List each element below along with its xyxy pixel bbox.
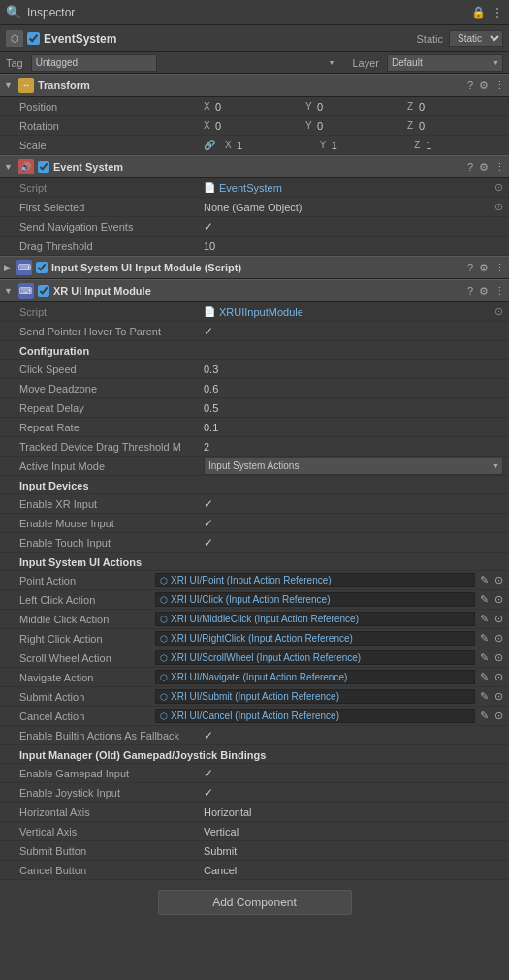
input-module-title: Input System UI Input Module (Script) xyxy=(51,262,463,273)
gameobject-active-checkbox[interactable] xyxy=(27,32,40,45)
tag-dropdown-wrap[interactable]: Untagged xyxy=(31,54,339,72)
input-devices-title: Input Devices xyxy=(0,476,509,494)
repeat-delay-row: Repeat Delay 0.5 xyxy=(0,398,509,418)
point-action-edit-btn[interactable]: ✎ xyxy=(478,574,491,586)
rotation-row: Rotation X0 Y0 Z0 xyxy=(0,116,509,136)
scroll-wheel-action-row: Scroll Wheel Action ⬡ XRI UI/ScrollWheel… xyxy=(0,648,509,668)
transform-help-icon[interactable]: ? xyxy=(467,79,473,91)
transform-section-header[interactable]: ▼ ↔ Transform ? ⚙ ⋮ xyxy=(0,74,509,97)
navigate-select-btn[interactable]: ⊙ xyxy=(493,671,505,683)
submit-button-label: Submit Button xyxy=(19,845,204,857)
scroll-wheel-select-btn[interactable]: ⊙ xyxy=(493,651,505,664)
xr-script-label: Script xyxy=(19,306,204,318)
enable-gamepad-check: ✓ xyxy=(204,767,213,780)
static-dropdown[interactable]: Static xyxy=(449,30,503,47)
active-input-select[interactable]: Input System Actions xyxy=(204,458,503,475)
first-selected-select-btn[interactable]: ⊙ xyxy=(494,201,503,213)
gameobject-name[interactable]: EventSystem xyxy=(44,32,412,46)
transform-settings-icon[interactable]: ⚙ xyxy=(479,79,489,92)
event-script-select-btn[interactable]: ⊙ xyxy=(494,181,503,194)
input-module-icon: ⌨ xyxy=(16,260,32,275)
event-system-actions: ? ⚙ ⋮ xyxy=(467,161,505,174)
cancel-button-label: Cancel Button xyxy=(19,865,204,876)
left-click-select-btn[interactable]: ⊙ xyxy=(493,593,505,606)
transform-props: Position X 0 Y 0 Z 0 Rotation X0 Y0 Z0 S… xyxy=(0,97,509,155)
xr-script-select-btn[interactable]: ⊙ xyxy=(494,305,503,318)
cancel-button-row: Cancel Button Cancel xyxy=(0,861,509,880)
navigate-edit-btn[interactable]: ✎ xyxy=(478,671,491,683)
rotation-y-value: 0 xyxy=(317,120,323,132)
left-click-icon: ⬡ xyxy=(160,595,168,605)
enable-xr-label: Enable XR Input xyxy=(19,498,204,510)
more-options-icon[interactable]: ⋮ xyxy=(492,6,503,19)
click-speed-row: Click Speed 0.3 xyxy=(0,360,509,379)
point-action-value: ⬡ XRI UI/Point (Input Action Reference) xyxy=(155,573,475,587)
lock-icon[interactable]: 🔒 xyxy=(471,6,486,19)
horizontal-axis-label: Horizontal Axis xyxy=(19,806,204,818)
middle-click-edit-btn[interactable]: ✎ xyxy=(478,613,491,625)
xr-module-settings-icon[interactable]: ⚙ xyxy=(479,285,489,298)
right-click-edit-btn[interactable]: ✎ xyxy=(478,632,491,645)
event-script-name: EventSystem xyxy=(219,182,282,194)
first-selected-value: None (Game Object) xyxy=(204,202,494,213)
middle-click-label: Middle Click Action xyxy=(19,614,155,625)
transform-title: Transform xyxy=(38,79,463,91)
xr-module-enable-checkbox[interactable] xyxy=(38,285,49,297)
navigate-btns: ✎ ⊙ xyxy=(478,671,505,683)
add-component-button[interactable]: Add Component xyxy=(158,890,352,915)
event-system-settings-icon[interactable]: ⚙ xyxy=(479,161,489,174)
drag-threshold-value: 10 xyxy=(204,240,503,252)
submit-button-value: Submit xyxy=(204,845,503,857)
xr-module-more-icon[interactable]: ⋮ xyxy=(494,285,505,298)
event-script-row: Script 📄 EventSystem ⊙ xyxy=(0,178,509,198)
inspector-title: Inspector xyxy=(27,6,465,19)
enable-gamepad-label: Enable Gamepad Input xyxy=(19,768,204,779)
middle-click-select-btn[interactable]: ⊙ xyxy=(493,613,505,625)
input-module-enable-checkbox[interactable] xyxy=(36,262,48,273)
event-system-section-header[interactable]: ▼ 🔊 Event System ? ⚙ ⋮ xyxy=(0,155,509,178)
event-system-help-icon[interactable]: ? xyxy=(467,161,473,173)
input-module-section-header[interactable]: ▶ ⌨ Input System UI Input Module (Script… xyxy=(0,256,509,279)
transform-more-icon[interactable]: ⋮ xyxy=(494,79,505,92)
enable-joystick-row: Enable Joystick Input ✓ xyxy=(0,783,509,803)
position-x-value: 0 xyxy=(215,101,221,112)
xr-module-help-icon[interactable]: ? xyxy=(467,285,473,297)
input-module-help-icon[interactable]: ? xyxy=(467,262,473,273)
scroll-wheel-edit-btn[interactable]: ✎ xyxy=(478,651,491,664)
gameobject-bar: ⬡ EventSystem Static Static xyxy=(0,25,509,52)
layer-select[interactable]: Default xyxy=(387,54,503,72)
right-click-select-btn[interactable]: ⊙ xyxy=(493,632,505,645)
cancel-action-select-btn[interactable]: ⊙ xyxy=(493,710,505,722)
left-click-edit-btn[interactable]: ✎ xyxy=(478,593,491,606)
event-system-props: Script 📄 EventSystem ⊙ First Selected No… xyxy=(0,178,509,256)
cancel-action-icon: ⬡ xyxy=(160,711,168,721)
drag-threshold-label: Drag Threshold xyxy=(19,240,204,252)
cancel-action-edit-btn[interactable]: ✎ xyxy=(478,710,491,722)
scroll-wheel-label: Scroll Wheel Action xyxy=(19,652,155,664)
enable-touch-label: Enable Touch Input xyxy=(19,537,204,549)
tag-select[interactable]: Untagged xyxy=(31,54,157,72)
xr-module-props: Script 📄 XRUIInputModule ⊙ Send Pointer … xyxy=(0,302,509,880)
input-module-more-icon[interactable]: ⋮ xyxy=(494,262,505,274)
cancel-action-label: Cancel Action xyxy=(19,711,155,722)
submit-action-edit-btn[interactable]: ✎ xyxy=(478,690,491,703)
submit-action-select-btn[interactable]: ⊙ xyxy=(493,690,505,703)
enable-gamepad-row: Enable Gamepad Input ✓ xyxy=(0,764,509,783)
point-action-select-btn[interactable]: ⊙ xyxy=(493,574,505,586)
event-system-more-icon[interactable]: ⋮ xyxy=(494,161,505,174)
middle-click-btns: ✎ ⊙ xyxy=(478,613,505,625)
enable-mouse-check: ✓ xyxy=(204,517,213,530)
xr-module-actions: ? ⚙ ⋮ xyxy=(467,285,505,298)
event-system-icon: 🔊 xyxy=(18,159,34,174)
xr-module-section-header[interactable]: ▼ ⌨ XR UI Input Module ? ⚙ ⋮ xyxy=(0,279,509,302)
click-speed-value: 0.3 xyxy=(204,364,503,375)
active-input-dropdown-wrap[interactable]: Input System Actions xyxy=(204,458,503,475)
repeat-rate-row: Repeat Rate 0.1 xyxy=(0,418,509,437)
enable-builtin-label: Enable Builtin Actions As Fallback xyxy=(19,730,204,742)
input-module-settings-icon[interactable]: ⚙ xyxy=(479,262,489,274)
event-system-enable-checkbox[interactable] xyxy=(38,161,49,173)
layer-dropdown-wrap[interactable]: Default xyxy=(387,54,503,72)
navigate-text: XRI UI/Navigate (Input Action Reference) xyxy=(171,672,347,682)
right-click-action-row: Right Click Action ⬡ XRI UI/RightClick (… xyxy=(0,629,509,648)
cancel-button-value: Cancel xyxy=(204,865,503,876)
